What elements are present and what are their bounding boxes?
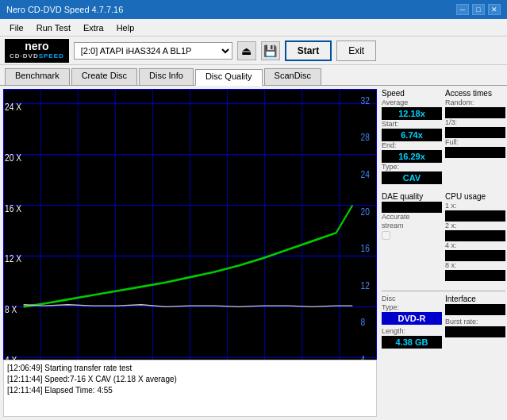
third-label: 1/3:: [445, 118, 505, 126]
dae-quality-value: ​: [382, 202, 442, 213]
toolbar: nero CD·DVDSPEED [2:0] ATAPI iHAS324 A B…: [0, 37, 507, 65]
accurate-label: Accurate: [382, 213, 442, 221]
right-panel: Speed Average 12.18x Start: 6.74x End: 1…: [380, 86, 507, 420]
svg-text:20: 20: [361, 205, 371, 218]
random-label: Random:: [445, 98, 505, 106]
cpu-8x-label: 8 x:: [445, 261, 505, 269]
burst-label: Burst rate:: [445, 318, 505, 326]
access-times-label: Access times: [445, 89, 505, 98]
start-value: 6.74x: [382, 129, 442, 141]
interface-label: Interface: [445, 295, 505, 303]
close-button[interactable]: ✕: [488, 4, 501, 15]
log-line-2: [12:11:44] Speed:7-16 X CAV (12.18 X ave…: [7, 374, 373, 385]
disc-type-label: Disc: [382, 295, 442, 302]
svg-text:12 X: 12 X: [5, 252, 21, 265]
log-line-1: [12:06:49] Starting transfer rate test: [7, 363, 373, 374]
menu-run-test[interactable]: Run Test: [30, 21, 77, 34]
disc-length-value: 4.38 GB: [382, 336, 442, 349]
interface-value: ​: [445, 304, 505, 315]
stream-label: stream: [382, 222, 442, 229]
eject-icon[interactable]: ⏏: [237, 41, 256, 60]
end-label: End:: [382, 141, 442, 149]
disc-type-sub: Type:: [382, 303, 442, 311]
dae-quality-label: DAE quality: [382, 192, 442, 201]
random-value: ​: [445, 107, 505, 118]
main-content: 24 X 20 X 16 X 12 X 8 X 4 X 32 28 24 20 …: [0, 86, 507, 420]
menu-help[interactable]: Help: [110, 21, 141, 34]
cpu-8x-value: ​: [445, 270, 505, 281]
cpu-4x-label: 4 x:: [445, 241, 505, 249]
title-bar: Nero CD-DVD Speed 4.7.7.16 ─ □ ✕: [0, 0, 507, 19]
cpu-label: CPU usage: [445, 192, 505, 201]
drive-selector[interactable]: [2:0] ATAPI iHAS324 A BL1P: [74, 42, 232, 60]
average-value: 12.18x: [382, 107, 442, 120]
tab-disc-info[interactable]: Disc Info: [139, 68, 194, 85]
log-line-3: [12:11:44] Elapsed Time: 4:55: [7, 385, 373, 396]
full-label: Full:: [445, 138, 505, 146]
disc-type-value: DVD-R: [382, 312, 442, 325]
cpu-4x-value: ​: [445, 250, 505, 261]
maximize-button[interactable]: □: [472, 4, 485, 15]
menu-file[interactable]: File: [3, 21, 30, 34]
interface-burst-group: Interface ​ Burst rate: ​: [445, 295, 505, 349]
burst-value: ​: [445, 326, 505, 337]
cpu-usage: DAE quality ​ Accurate stream: [382, 192, 442, 281]
window-controls: ─ □ ✕: [456, 4, 501, 15]
speed-stats: Speed Average 12.18x Start: 6.74x End: 1…: [382, 89, 442, 184]
app-title: Nero CD-DVD Speed 4.7.7.16: [6, 5, 123, 14]
end-value: 16.29x: [382, 150, 442, 163]
svg-text:24: 24: [361, 168, 371, 181]
nero-brand: nero: [25, 40, 48, 52]
tab-scan-disc[interactable]: ScanDisc: [264, 68, 321, 85]
chart-log-panel: 24 X 20 X 16 X 12 X 8 X 4 X 32 28 24 20 …: [3, 89, 377, 417]
accurate-stream-checkbox: [382, 231, 442, 240]
cpu-2x-label: 2 x:: [445, 222, 505, 229]
svg-text:12: 12: [361, 279, 370, 291]
svg-text:8: 8: [361, 316, 366, 329]
svg-text:20 X: 20 X: [5, 151, 21, 164]
tab-benchmark[interactable]: Benchmark: [5, 68, 70, 85]
access-times: Access times Random: ​ 1/3: ​ Full: ​: [445, 89, 505, 184]
save-icon[interactable]: 💾: [261, 41, 280, 60]
svg-text:8 X: 8 X: [5, 303, 17, 316]
start-label: Start:: [382, 120, 442, 128]
minimize-button[interactable]: ─: [456, 4, 469, 15]
speed-label: Speed: [382, 89, 442, 98]
cpu-1x-value: ​: [445, 210, 505, 222]
type-label: Type:: [382, 163, 442, 171]
cpu-2x-value: ​: [445, 230, 505, 241]
svg-text:32: 32: [361, 94, 370, 106]
menu-bar: File Run Test Extra Help: [0, 19, 507, 37]
exit-button[interactable]: Exit: [336, 40, 376, 61]
full-value: ​: [445, 147, 505, 158]
tab-bar: Benchmark Create Disc Disc Info Disc Qua…: [0, 65, 507, 86]
third-value: ​: [445, 127, 505, 138]
start-button[interactable]: Start: [285, 40, 332, 61]
nero-logo: nero CD·DVDSPEED: [5, 39, 69, 63]
average-sublabel: Average: [382, 98, 442, 106]
svg-text:24 X: 24 X: [5, 100, 21, 113]
cpu-1x-label: 1 x:: [445, 202, 505, 210]
svg-text:16: 16: [361, 242, 371, 255]
log-area: [12:06:49] Starting transfer rate test […: [3, 360, 377, 417]
tab-disc-quality[interactable]: Disc Quality: [195, 69, 263, 86]
svg-text:28: 28: [361, 131, 371, 144]
menu-extra[interactable]: Extra: [77, 21, 110, 34]
svg-text:16 X: 16 X: [5, 202, 21, 214]
accurate-checkbox[interactable]: [382, 231, 390, 240]
tab-create-disc[interactable]: Create Disc: [71, 68, 137, 85]
disc-length-label: Length:: [382, 327, 442, 335]
type-value: CAV: [382, 171, 442, 184]
disc-type-group: Disc Type: DVD-R Length: 4.38 GB: [382, 295, 442, 349]
cpu-usage-right: CPU usage 1 x: ​ 2 x: ​ 4 x: ​ 8 x: ​: [445, 192, 505, 281]
